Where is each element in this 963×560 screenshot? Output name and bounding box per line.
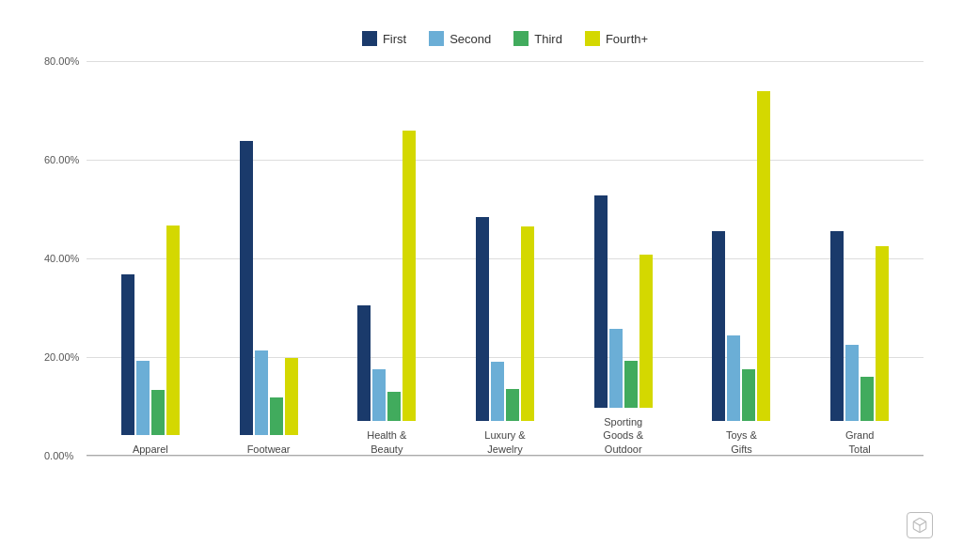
bars-row [594, 13, 653, 408]
chart-area: 80.00%60.00%40.00%20.00%0.00% ApparelFoo… [87, 61, 924, 456]
bars-row [357, 26, 416, 421]
x-axis-label: Apparel [113, 443, 188, 456]
watermark-icon [907, 512, 933, 538]
bar-third [624, 361, 638, 408]
bar-fourth+ [639, 255, 653, 408]
y-tick-label: 60.00% [44, 154, 79, 165]
bar-second [255, 350, 268, 434]
bar-group: Footwear [210, 40, 328, 456]
bar-group: Apparel [91, 40, 210, 456]
bar-group: Luxury &Jewelry [446, 26, 564, 456]
bar-group: GrandTotal [800, 26, 919, 456]
bar-second [136, 361, 150, 435]
bar-first [476, 217, 489, 422]
bar-first [712, 231, 725, 421]
bar-second [727, 335, 740, 422]
y-tick-label: 20.00% [44, 351, 79, 363]
bar-group: Toys &Gifts [683, 26, 801, 456]
bar-second [609, 329, 623, 408]
bar-fourth+ [521, 226, 534, 421]
bars-row [830, 26, 889, 421]
bar-second [491, 362, 504, 421]
bars-row [121, 40, 180, 435]
bar-first [121, 274, 134, 435]
bar-fourth+ [285, 358, 298, 434]
bar-third [270, 397, 283, 434]
x-axis-label: GrandTotal [822, 428, 897, 456]
bar-first [240, 141, 253, 434]
bar-second [845, 345, 859, 421]
y-tick-label: 0.00% [44, 450, 73, 461]
x-axis-label: Toys &Gifts [703, 428, 779, 456]
bar-first [594, 195, 608, 408]
x-axis-label: Luxury &Jewelry [467, 428, 543, 456]
bar-second [372, 369, 386, 421]
x-axis-line [87, 455, 924, 456]
x-axis-label: SportingGoods &Outdoor [586, 415, 661, 456]
x-axis-label: Health &Beauty [349, 428, 424, 456]
bar-fourth+ [403, 131, 416, 422]
bars-row [240, 40, 298, 435]
bar-first [830, 231, 844, 421]
bar-fourth+ [876, 246, 889, 421]
bar-third [742, 369, 755, 421]
bar-group: SportingGoods &Outdoor [564, 13, 683, 456]
bar-third [387, 392, 401, 422]
bar-group: Health &Beauty [327, 26, 446, 456]
bar-fourth+ [166, 226, 180, 435]
bars-row [476, 26, 534, 421]
y-tick-label: 80.00% [44, 55, 79, 67]
grid-line [87, 456, 924, 457]
bar-fourth+ [757, 91, 770, 422]
bar-third [506, 389, 519, 421]
chart-container: FirstSecondThirdFourth+ 80.00%60.00%40.0… [21, 12, 942, 548]
bars-area: ApparelFootwearHealth &BeautyLuxury &Jew… [87, 61, 924, 456]
y-tick-label: 40.00% [44, 253, 79, 264]
bar-third [151, 390, 165, 434]
bar-first [357, 305, 371, 421]
x-axis-label: Footwear [231, 443, 307, 456]
bars-row [712, 26, 770, 421]
bar-third [860, 377, 874, 421]
